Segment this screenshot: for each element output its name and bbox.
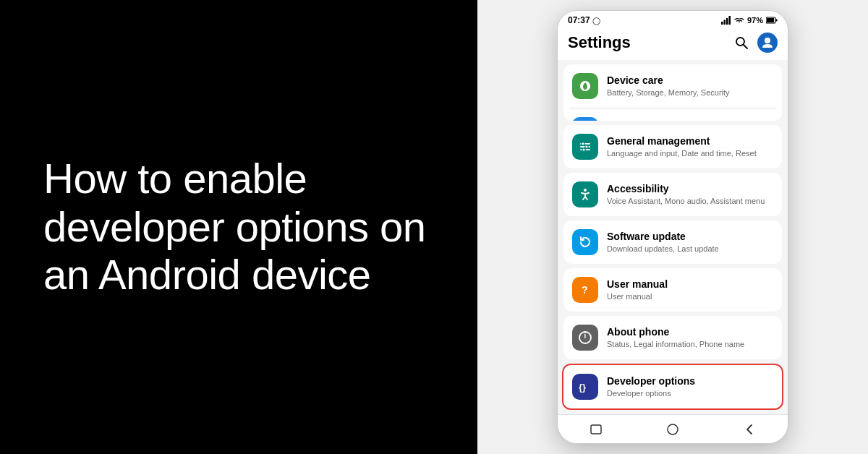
accessibility-title: Accessibility bbox=[607, 182, 773, 195]
question-icon: ? bbox=[578, 283, 592, 297]
developer-options-icon-wrap: {} bbox=[572, 374, 598, 400]
sliders-icon bbox=[578, 140, 592, 154]
accessibility-sub: Voice Assistant, Mono audio, Assistant m… bbox=[607, 196, 773, 207]
info-icon: i bbox=[578, 330, 592, 345]
settings-item-accessibility[interactable]: Accessibility Voice Assistant, Mono audi… bbox=[563, 173, 782, 216]
software-update-title: Software update bbox=[607, 230, 773, 243]
apps-text: Apps Default apps, Permission manager bbox=[607, 118, 773, 121]
leaf-icon bbox=[578, 79, 592, 93]
main-title: How to enable developer options on an An… bbox=[43, 155, 434, 299]
general-title: General management bbox=[607, 134, 773, 147]
about-phone-sub: Status, Legal information, Phone name bbox=[607, 339, 773, 350]
nav-back-button[interactable] bbox=[735, 419, 764, 440]
settings-item-software-update[interactable]: Software update Download updates, Last u… bbox=[563, 220, 782, 264]
svg-point-20 bbox=[584, 189, 587, 192]
svg-point-19 bbox=[582, 148, 585, 151]
svg-point-18 bbox=[585, 145, 588, 148]
status-icons: 97% bbox=[721, 16, 778, 25]
software-update-sub: Download updates, Last update bbox=[607, 244, 773, 254]
header-icons bbox=[734, 33, 778, 53]
user-manual-text: User manual User manual bbox=[607, 278, 773, 303]
developer-options-sub: Developer options bbox=[607, 388, 773, 399]
phone-frame: 07:37 ◯ 97% bbox=[557, 10, 788, 444]
svg-rect-1 bbox=[723, 20, 726, 25]
developer-options-text: Developer options Developer options bbox=[607, 374, 773, 400]
bottom-nav bbox=[558, 414, 788, 443]
device-care-sub: Battery, Storage, Memory, Security bbox=[607, 87, 773, 98]
user-manual-sub: User manual bbox=[607, 291, 773, 302]
right-panel: 07:37 ◯ 97% bbox=[477, 0, 868, 454]
accessibility-icon-wrap bbox=[572, 181, 598, 207]
status-time: 07:37 ◯ bbox=[568, 15, 600, 25]
settings-item-developer-options[interactable]: {} Developer options Developer options bbox=[562, 364, 783, 410]
settings-page-title: Settings bbox=[568, 33, 631, 52]
battery-text: 97% bbox=[747, 16, 763, 25]
top-group: Device care Battery, Storage, Memory, Se… bbox=[563, 64, 782, 121]
svg-text:i: i bbox=[584, 332, 587, 340]
settings-item-about-phone[interactable]: i About phone Status, Legal information,… bbox=[563, 316, 782, 359]
accessibility-icon bbox=[578, 187, 592, 202]
status-bar: 07:37 ◯ 97% bbox=[558, 11, 788, 28]
svg-rect-5 bbox=[767, 18, 774, 22]
svg-rect-0 bbox=[721, 22, 723, 25]
svg-rect-25 bbox=[591, 425, 601, 434]
svg-point-9 bbox=[765, 38, 770, 43]
software-update-icon-wrap bbox=[572, 229, 598, 255]
svg-point-17 bbox=[582, 142, 584, 145]
device-care-icon-wrap bbox=[572, 73, 598, 99]
developer-options-title: Developer options bbox=[607, 374, 773, 387]
settings-item-device-care[interactable]: Device care Battery, Storage, Memory, Se… bbox=[563, 64, 782, 108]
battery-icon bbox=[766, 17, 778, 24]
search-icon[interactable] bbox=[734, 35, 749, 50]
settings-item-user-manual[interactable]: ? User manual User manual bbox=[563, 268, 782, 312]
accessibility-text: Accessibility Voice Assistant, Mono audi… bbox=[607, 182, 773, 207]
refresh-icon bbox=[578, 235, 592, 249]
user-manual-icon-wrap: ? bbox=[572, 277, 598, 303]
nav-home-button[interactable] bbox=[658, 419, 687, 440]
svg-text:{}: {} bbox=[579, 382, 586, 393]
svg-rect-3 bbox=[728, 16, 731, 25]
device-care-title: Device care bbox=[607, 74, 773, 87]
svg-point-26 bbox=[668, 424, 678, 434]
about-phone-title: About phone bbox=[607, 325, 773, 338]
avatar[interactable] bbox=[757, 33, 778, 53]
left-panel: How to enable developer options on an An… bbox=[0, 0, 477, 454]
nav-recent-button[interactable] bbox=[582, 419, 610, 440]
general-text: General management Language and input, D… bbox=[607, 134, 773, 160]
general-icon-wrap bbox=[572, 134, 598, 160]
svg-text:?: ? bbox=[582, 284, 588, 296]
signal-icon bbox=[721, 16, 731, 25]
svg-rect-2 bbox=[726, 18, 728, 25]
general-sub: Language and input, Date and time, Reset bbox=[607, 148, 773, 159]
apps-title: Apps bbox=[607, 118, 773, 121]
settings-item-general[interactable]: General management Language and input, D… bbox=[563, 125, 782, 168]
software-update-text: Software update Download updates, Last u… bbox=[607, 230, 773, 255]
about-phone-text: About phone Status, Legal information, P… bbox=[607, 325, 773, 351]
user-manual-title: User manual bbox=[607, 278, 773, 291]
settings-header: Settings bbox=[558, 28, 788, 60]
wifi-icon bbox=[734, 16, 744, 25]
settings-list: Device care Battery, Storage, Memory, Se… bbox=[558, 60, 788, 414]
svg-line-8 bbox=[744, 45, 747, 48]
svg-point-7 bbox=[736, 38, 744, 46]
settings-item-apps[interactable]: Apps Default apps, Permission manager bbox=[563, 108, 782, 121]
device-care-text: Device care Battery, Storage, Memory, Se… bbox=[607, 74, 773, 99]
code-icon: {} bbox=[578, 380, 592, 394]
svg-rect-6 bbox=[776, 20, 778, 22]
about-phone-icon-wrap: i bbox=[572, 325, 598, 351]
apps-icon-wrap bbox=[572, 117, 598, 121]
